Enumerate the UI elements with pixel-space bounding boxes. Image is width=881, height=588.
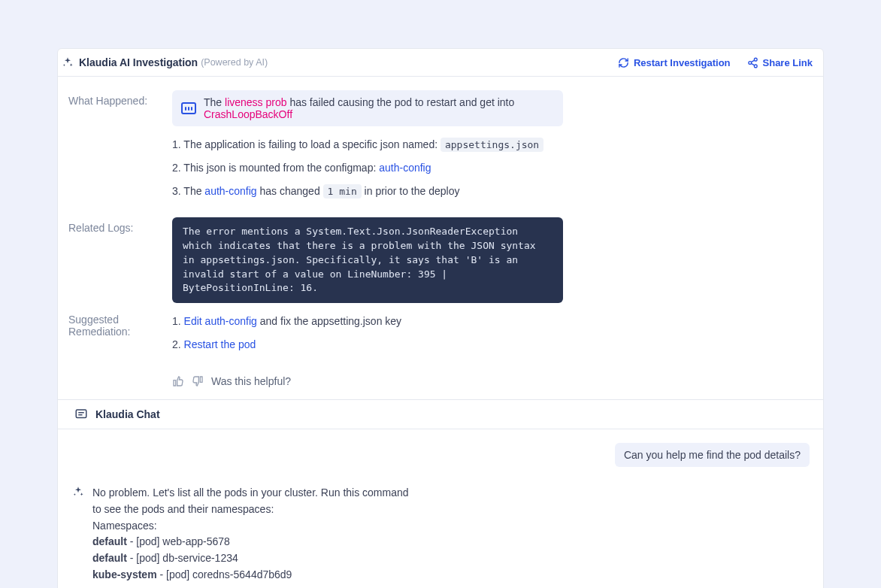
namespaces-label: Namespaces: bbox=[92, 518, 417, 535]
liveness-prob-highlight: liveness prob bbox=[225, 96, 287, 108]
thumbs-down-button[interactable] bbox=[192, 375, 204, 387]
restart-icon bbox=[618, 57, 629, 68]
ai-intro-text: No problem. Let's list all the pods in y… bbox=[92, 485, 417, 517]
what-happened-list: The application is failing to load a spe… bbox=[172, 137, 813, 199]
ai-message: No problem. Let's list all the pods in y… bbox=[71, 485, 417, 583]
configmap-link[interactable]: auth-config bbox=[379, 162, 431, 174]
svg-point-1 bbox=[748, 61, 751, 64]
sparkle-icon bbox=[61, 56, 74, 69]
remediation-label: Suggested Remediation: bbox=[68, 314, 172, 338]
configmap-link[interactable]: auth-config bbox=[204, 185, 256, 197]
svg-line-3 bbox=[751, 60, 754, 62]
remediation-item: Restart the pod bbox=[172, 337, 813, 353]
investigation-panel: Klaudia AI Investigation (Powered by AI)… bbox=[57, 48, 824, 588]
feedback-row: Was this helpful? bbox=[68, 371, 813, 392]
panel-title: Klaudia AI Investigation bbox=[79, 56, 198, 68]
svg-point-0 bbox=[754, 58, 757, 61]
what-happened-label: What Happened: bbox=[68, 90, 172, 107]
restart-label: Restart Investigation bbox=[634, 57, 731, 68]
chat-icon bbox=[74, 408, 88, 421]
chat-header-title: Klaudia Chat bbox=[95, 408, 160, 420]
share-label: Share Link bbox=[763, 57, 813, 68]
panel-header: Klaudia AI Investigation (Powered by AI)… bbox=[58, 49, 823, 76]
share-icon bbox=[747, 57, 758, 68]
log-block: The error mentions a System.Text.Json.Js… bbox=[172, 217, 563, 303]
svg-point-2 bbox=[754, 65, 757, 68]
code-chip: appsettings.json bbox=[440, 138, 543, 152]
what-happened-item: The application is failing to load a spe… bbox=[172, 137, 813, 153]
restart-pod-link[interactable]: Restart the pod bbox=[184, 338, 256, 350]
remediation-list: Edit auth-config and fix the appsetting.… bbox=[172, 314, 813, 353]
remediation-item: Edit auth-config and fix the appsetting.… bbox=[172, 314, 813, 329]
share-link-button[interactable]: Share Link bbox=[747, 57, 813, 68]
thumbs-up-button[interactable] bbox=[172, 375, 184, 387]
chat-body: Can you help me find the pod details? No… bbox=[58, 429, 823, 588]
crashloop-highlight: CrashLoopBackOff bbox=[204, 108, 292, 120]
what-happened-item: The auth-config has changed 1 min in pri… bbox=[172, 183, 813, 199]
panel-subtitle: (Powered by AI) bbox=[201, 57, 268, 68]
pod-icon bbox=[181, 102, 196, 114]
investigation-body: What Happened: The liveness prob has fai… bbox=[58, 76, 823, 399]
chat-header: Klaudia Chat bbox=[58, 399, 823, 429]
pod-row: kube-system - [pod] coredns-5644d7b6d9 bbox=[92, 567, 417, 583]
pod-row: default - [pod] web-app-5678 bbox=[92, 534, 417, 550]
code-chip: 1 min bbox=[323, 184, 362, 199]
summary-pill: The liveness prob has failed causing the… bbox=[172, 90, 563, 126]
svg-line-4 bbox=[751, 63, 754, 65]
user-message: Can you help me find the pod details? bbox=[615, 443, 810, 467]
pod-row: default - [pod] db-service-1234 bbox=[92, 550, 417, 567]
sparkle-icon bbox=[71, 485, 85, 499]
edit-auth-config-link[interactable]: Edit auth-config bbox=[184, 315, 257, 327]
feedback-prompt: Was this helpful? bbox=[211, 375, 291, 387]
summary-text: The liveness prob has failed causing the… bbox=[204, 96, 554, 120]
related-logs-label: Related Logs: bbox=[68, 217, 172, 234]
svg-rect-5 bbox=[76, 410, 86, 418]
what-happened-item: This json is mounted from the configmap:… bbox=[172, 160, 813, 176]
restart-investigation-button[interactable]: Restart Investigation bbox=[618, 57, 731, 68]
